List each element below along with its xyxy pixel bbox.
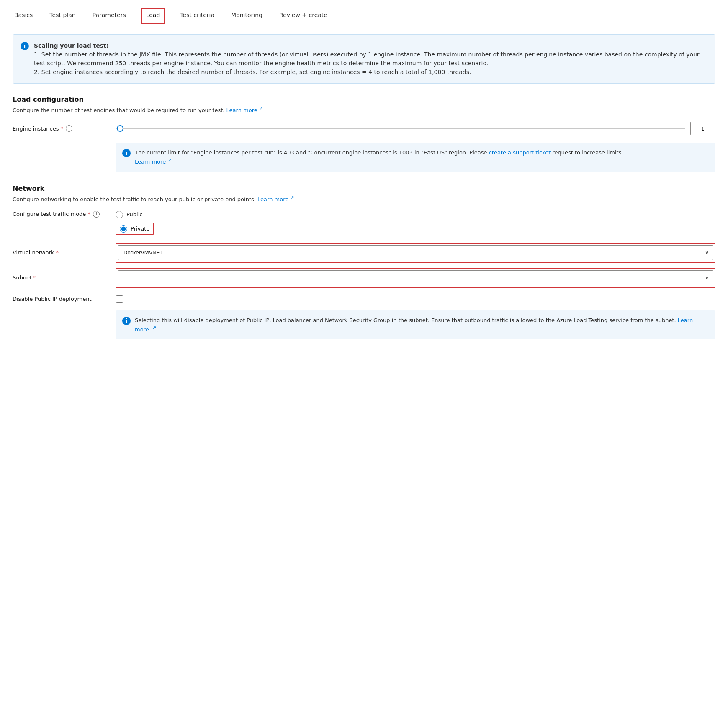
tab-test-plan[interactable]: Test plan (48, 8, 77, 24)
disable-public-ip-row: Disable Public IP deployment (13, 295, 715, 303)
load-configuration-section: Load configuration Configure the number … (13, 95, 715, 172)
disable-public-ip-label: Disable Public IP deployment (13, 296, 109, 302)
radio-private-label: Private (131, 226, 149, 232)
tab-monitoring[interactable]: Monitoring (229, 8, 264, 24)
radio-public-label: Public (126, 211, 142, 218)
subnet-select[interactable] (118, 270, 713, 285)
subnet-row: Subnet * ∨ (13, 268, 715, 288)
required-star: * (61, 126, 64, 132)
subnet-label: Subnet * (13, 274, 109, 281)
scaling-info-box: i Scaling your load test: 1. Set the num… (13, 34, 715, 84)
tab-basics[interactable]: Basics (13, 8, 34, 24)
virtual-network-label: Virtual network * (13, 249, 109, 256)
network-section: Network Configure networking to enable t… (13, 185, 715, 340)
scaling-info-text: Scaling your load test: 1. Set the numbe… (34, 41, 707, 77)
network-external-link-icon: ↗ (290, 195, 294, 200)
network-fields-container: Virtual network * DockerVMVNET ∨ Subnet (13, 243, 715, 288)
radio-public-input[interactable] (116, 211, 123, 218)
radio-private-input[interactable] (120, 225, 127, 233)
subnet-dropdown-wrapper: ∨ (116, 268, 715, 288)
virtual-network-select-container: DockerVMVNET ∨ (118, 245, 713, 260)
load-config-title: Load configuration (13, 95, 715, 103)
network-settings-row: Virtual network * DockerVMVNET ∨ Subnet (13, 243, 715, 288)
subnet-required-star: * (33, 274, 36, 281)
traffic-mode-label: Configure test traffic mode * i (13, 211, 109, 218)
subnet-select-container: ∨ (118, 270, 713, 285)
engine-instances-tooltip-icon[interactable]: i (66, 125, 72, 132)
engine-instances-row: Engine instances * i 1 (13, 122, 715, 135)
disable-public-ip-checkbox[interactable] (116, 295, 123, 303)
virtual-network-required-star: * (56, 249, 59, 256)
radio-private-option[interactable]: Private (116, 223, 154, 235)
tab-review-create[interactable]: Review + create (278, 8, 329, 24)
engine-instances-slider[interactable] (116, 128, 685, 129)
traffic-mode-required-star: * (87, 211, 90, 217)
info-icon: i (21, 42, 29, 50)
disable-ip-info-icon: i (122, 317, 131, 325)
engine-instances-slider-container: 1 (116, 122, 715, 135)
engine-instances-value: 1 (690, 122, 715, 135)
disable-ip-external-link-icon: ↗ (152, 325, 156, 330)
virtual-network-row: Virtual network * DockerVMVNET ∨ (13, 243, 715, 263)
create-support-ticket-link[interactable]: create a support ticket (489, 149, 551, 156)
disable-ip-info-box: i Selecting this will disable deployment… (116, 310, 715, 339)
limit-info-icon: i (122, 149, 131, 157)
limit-external-link-icon: ↗ (167, 157, 171, 163)
traffic-mode-tooltip-icon[interactable]: i (93, 211, 100, 218)
traffic-mode-radio-group: Public Private (116, 211, 154, 235)
traffic-mode-row: Configure test traffic mode * i Public P… (13, 211, 715, 235)
radio-public-option[interactable]: Public (116, 211, 154, 218)
engine-instances-label: Engine instances * i (13, 125, 109, 132)
virtual-network-select[interactable]: DockerVMVNET (118, 245, 713, 260)
network-learn-more-link[interactable]: Learn more ↗ (257, 196, 294, 202)
network-section-title: Network (13, 185, 715, 192)
disable-ip-info-text: Selecting this will disable deployment o… (135, 316, 709, 333)
virtual-network-dropdown-wrapper: DockerVMVNET ∨ (116, 243, 715, 263)
limit-info-text: The current limit for "Engine instances … (135, 149, 623, 166)
tab-test-criteria[interactable]: Test criteria (178, 8, 216, 24)
tab-load[interactable]: Load (141, 8, 165, 24)
engine-limit-info-box: i The current limit for "Engine instance… (116, 143, 715, 172)
external-link-icon: ↗ (259, 106, 263, 111)
tab-parameters[interactable]: Parameters (91, 8, 128, 24)
navigation-tabs: Basics Test plan Parameters Load Test cr… (13, 8, 715, 24)
load-config-desc: Configure the number of test engines tha… (13, 106, 715, 113)
limit-info-learn-more-link[interactable]: Learn more ↗ (135, 159, 172, 165)
network-section-desc: Configure networking to enable the test … (13, 195, 715, 202)
load-config-learn-more-link[interactable]: Learn more ↗ (226, 107, 263, 113)
